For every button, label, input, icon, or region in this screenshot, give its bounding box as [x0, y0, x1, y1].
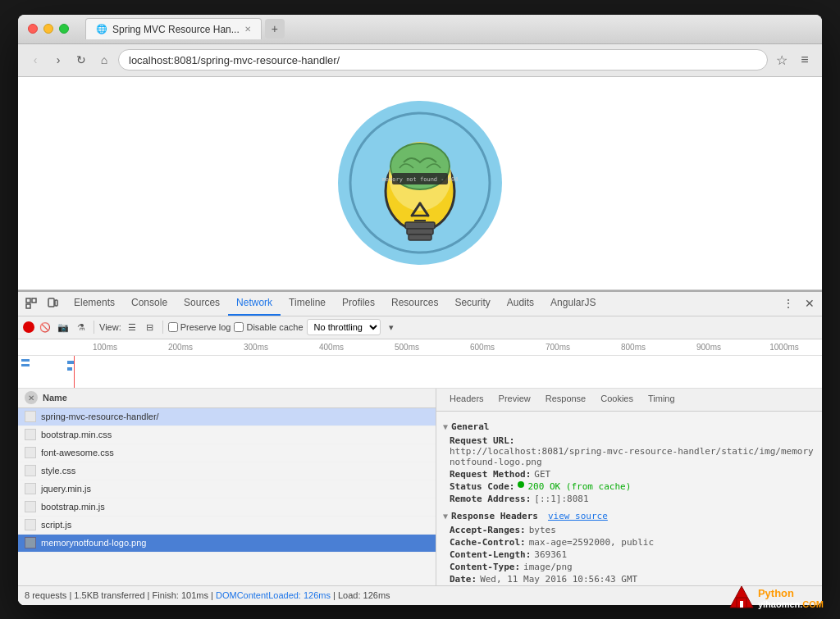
details-content: ▼ General Request URL: http://localhost:… [436, 412, 822, 585]
file-icon-5 [25, 501, 36, 512]
preserve-log-checkbox[interactable] [168, 322, 178, 332]
disable-cache-label: Disable cache [246, 322, 303, 332]
tab-sources[interactable]: Sources [176, 291, 228, 316]
file-item-2[interactable]: font-awesome.css [18, 444, 436, 462]
file-name-3: style.css [41, 466, 75, 476]
request-url-label: Request URL: [450, 435, 514, 446]
tab-network[interactable]: Network [228, 291, 281, 316]
bookmark-button[interactable]: ☆ [773, 51, 791, 69]
file-icon-4 [25, 483, 36, 494]
request-method-row: Request Method: GET [450, 469, 815, 480]
file-item-6[interactable]: script.js [18, 517, 436, 535]
general-arrow-icon: ▼ [443, 422, 448, 431]
throttling-select[interactable]: No throttling [307, 319, 381, 335]
tab-audits[interactable]: Audits [499, 291, 542, 316]
browser-tab[interactable]: 🌐 Spring MVC Resource Han... ✕ [85, 18, 262, 39]
yihaomen-label: yihaomen.COM [758, 599, 824, 609]
tab-console[interactable]: Console [123, 291, 176, 316]
file-icon-1 [25, 429, 36, 440]
remote-address-label: Remote Address: [450, 494, 531, 504]
tab-resources[interactable]: Resources [383, 291, 446, 316]
filter-button[interactable]: ⚗ [74, 320, 89, 335]
device-mode-button[interactable] [43, 294, 62, 313]
file-item-3[interactable]: style.css [18, 462, 436, 480]
close-button[interactable] [28, 24, 38, 34]
reload-button[interactable]: ↻ [72, 51, 90, 69]
svg-text:memory not found - 404: memory not found - 404 [382, 176, 459, 183]
record-button[interactable] [23, 321, 34, 333]
tick-700ms: 700ms [520, 343, 596, 352]
devtools-icons [21, 294, 62, 313]
svg-rect-17 [55, 300, 57, 306]
maximize-button[interactable] [59, 24, 69, 34]
status-text: 8 requests | 1.5KB transferred | Finish:… [25, 590, 390, 600]
disable-cache-group: Disable cache [234, 322, 303, 332]
home-button[interactable]: ⌂ [95, 51, 113, 69]
file-icon-6 [25, 519, 36, 530]
forward-button[interactable]: › [49, 51, 67, 69]
timeline-request-bar-2 [67, 367, 72, 371]
network-toolbar: 🚫 📷 ⚗ View: ☰ ⊟ Preserve log Disable cac… [18, 316, 822, 339]
minimize-button[interactable] [43, 24, 53, 34]
tab-timeline[interactable]: Timeline [281, 291, 334, 316]
date-row: Date: Wed, 11 May 2016 10:56:43 GMT [450, 574, 815, 585]
devtools-more-button[interactable]: ⋮ [779, 294, 797, 312]
general-title: General [451, 421, 489, 432]
camera-button[interactable]: 📷 [56, 320, 71, 335]
address-input[interactable]: localhost:8081/spring-mvc-resource-handl… [118, 49, 768, 71]
preserve-log-group: Preserve log [168, 322, 231, 332]
view-source-button[interactable]: view source [548, 511, 608, 521]
file-item-1[interactable]: bootstrap.min.css [18, 426, 436, 444]
disable-cache-checkbox[interactable] [234, 322, 244, 332]
close-panel-button[interactable]: ✕ [25, 391, 38, 404]
com-label: COM [802, 599, 824, 609]
file-icon-3 [25, 465, 36, 476]
detail-tab-preview[interactable]: Preview [492, 389, 537, 412]
status-code-row: Status Code: 200 OK (from cache) [450, 481, 815, 492]
throttling-chevron[interactable]: ▾ [384, 320, 399, 335]
view-list-button[interactable]: ☰ [125, 320, 139, 335]
inspect-element-button[interactable] [21, 294, 41, 313]
toolbar-separator-2 [162, 321, 163, 334]
tab-close-icon[interactable]: ✕ [244, 25, 251, 34]
accept-ranges-row: Accept-Ranges: bytes [450, 525, 815, 535]
file-icon-0 [25, 411, 36, 422]
view-frames-button[interactable]: ⊟ [143, 320, 158, 335]
tab-angularjs[interactable]: AngularJS [542, 291, 604, 316]
menu-button[interactable]: ≡ [796, 51, 814, 69]
address-bar: ‹ › ↻ ⌂ localhost:8081/spring-mvc-resour… [18, 44, 822, 77]
tick-900ms: 900ms [671, 343, 746, 352]
file-name-1: bootstrap.min.css [41, 430, 112, 439]
tab-elements[interactable]: Elements [66, 291, 123, 316]
svg-rect-13 [26, 298, 30, 303]
timeline-indicators [21, 359, 30, 366]
cache-control-key: Cache-Control: [450, 537, 526, 548]
new-tab-button[interactable]: + [265, 19, 285, 39]
page-content: memory not found - 404 [18, 77, 822, 290]
tab-security[interactable]: Security [446, 291, 498, 316]
devtools-corner-buttons: ⋮ ✕ [779, 294, 819, 312]
cache-control-val: max-age=2592000, public [529, 537, 654, 548]
response-headers-arrow-icon: ▼ [443, 512, 448, 521]
tab-profiles[interactable]: Profiles [334, 291, 383, 316]
file-item-7[interactable]: memorynotfound-logo.png [18, 535, 436, 553]
devtools-close-button[interactable]: ✕ [801, 294, 819, 312]
content-type-row: Content-Type: image/png [450, 562, 815, 572]
timeline-indicator-bar-1 [21, 359, 30, 362]
detail-tab-cookies[interactable]: Cookies [594, 389, 640, 412]
response-headers-section: ▼ Response Headers view source [443, 511, 815, 521]
detail-tab-headers[interactable]: Headers [443, 389, 491, 412]
python-label: Python [758, 587, 824, 599]
status-code-label: Status Code: [450, 481, 514, 492]
main-panel: ✕ Name spring-mvc-resource-handler/ boot… [18, 389, 822, 585]
back-button[interactable]: ‹ [26, 51, 44, 69]
file-item-5[interactable]: bootstrap.min.js [18, 498, 436, 517]
svg-rect-4 [407, 229, 433, 234]
file-item-0[interactable]: spring-mvc-resource-handler/ [18, 408, 436, 426]
detail-tab-response[interactable]: Response [539, 389, 593, 412]
file-item-4[interactable]: jquery.min.js [18, 480, 436, 498]
detail-tab-timing[interactable]: Timing [641, 389, 682, 412]
file-list-header: ✕ Name [18, 389, 436, 408]
clear-button[interactable]: 🚫 [38, 320, 52, 335]
tick-800ms: 800ms [596, 343, 671, 352]
